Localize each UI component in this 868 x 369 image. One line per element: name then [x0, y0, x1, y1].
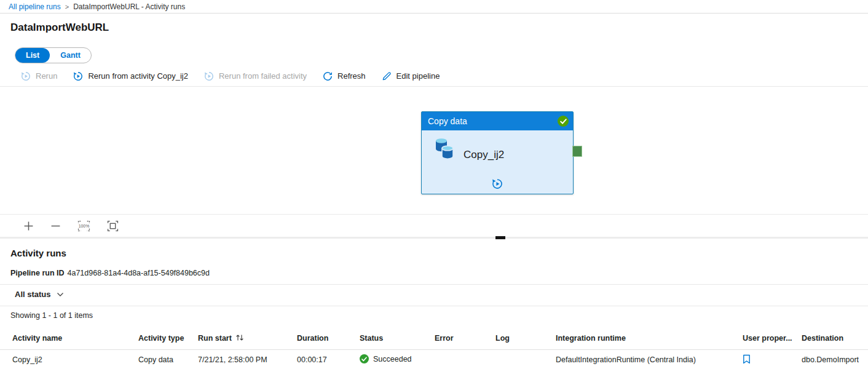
refresh-button[interactable]: Refresh: [322, 71, 367, 81]
col-activity-name: Activity name: [12, 334, 62, 343]
zoom-reset-button[interactable]: 100%: [77, 220, 90, 232]
pipeline-monitor-page: All pipeline runs > DataImportWebURL - A…: [0, 0, 868, 369]
pipeline-run-id-label: Pipeline run ID: [10, 269, 65, 277]
breadcrumb-current: DataImportWebURL - Activity runs: [73, 2, 185, 11]
col-activity-type: Activity type: [138, 334, 184, 343]
node-rerun-icon[interactable]: [492, 178, 503, 189]
col-status: Status: [360, 334, 383, 343]
col-error: Error: [435, 334, 454, 343]
zoom-in-button[interactable]: [23, 221, 34, 231]
pencil-icon: [382, 71, 392, 81]
panel-divider: [0, 237, 868, 239]
view-toggle: List Gantt: [15, 47, 92, 63]
status-text: Succeeded: [373, 355, 412, 363]
cell-duration: 00:00:17: [297, 355, 327, 364]
sort-arrows-icon: [235, 334, 244, 341]
user-properties-bookmark-icon[interactable]: [743, 354, 751, 364]
divider: [0, 284, 868, 285]
activity-node-name: Copy_ij2: [464, 149, 504, 161]
fit-to-screen-button[interactable]: [107, 220, 119, 232]
status-filter-dropdown[interactable]: All status: [15, 290, 64, 299]
cell-integration-runtime: DefaultIntegrationRuntime (Central India…: [556, 355, 696, 364]
rerun-button[interactable]: Rerun: [20, 71, 58, 81]
activity-runs-heading: Activity runs: [10, 248, 66, 258]
divider: [0, 306, 868, 306]
activity-node-header: Copy data: [422, 112, 573, 130]
rerun-from-activity-button[interactable]: Rerun from activity Copy_ij2: [72, 71, 189, 81]
col-run-start-label: Run start: [198, 334, 232, 343]
cell-run-start: 7/21/21, 2:58:00 PM: [198, 355, 267, 364]
breadcrumb: All pipeline runs > DataImportWebURL - A…: [0, 0, 868, 14]
toggle-list-button[interactable]: List: [15, 48, 50, 63]
succeeded-check-icon: [360, 354, 369, 363]
zoom-100-icon: 100%: [77, 220, 90, 232]
table-header: Activity name Activity type Run start Du…: [0, 328, 868, 350]
toolbar: Rerun Rerun from activity Copy_ij2 Rerun…: [0, 66, 868, 87]
pipeline-canvas: Copy data Copy_ij2: [0, 87, 868, 214]
pipeline-run-id-value: 4a71d968-81a4-4d8a-af15-549f849b6c9d: [68, 269, 210, 277]
refresh-icon: [323, 71, 333, 81]
breadcrumb-separator: >: [65, 3, 69, 10]
rerun-from-activity-icon: [73, 71, 83, 81]
pipeline-run-id: Pipeline run ID4a71d968-81a4-4d8a-af15-5…: [10, 269, 210, 277]
rerun-from-failed-label: Rerun from failed activity: [219, 71, 307, 81]
col-duration: Duration: [297, 334, 328, 343]
items-count-text: Showing 1 - 1 of 1 items: [10, 311, 93, 320]
page-title: DataImportWebURL: [10, 22, 109, 34]
activity-node-type-label: Copy data: [428, 116, 467, 126]
splitter-handle[interactable]: [495, 236, 505, 239]
col-integration-runtime: Integration runtime: [556, 334, 626, 343]
output-port[interactable]: [572, 146, 582, 157]
breadcrumb-all-pipeline-runs-link[interactable]: All pipeline runs: [9, 2, 61, 11]
canvas-zoom-controls: 100%: [0, 214, 868, 237]
activity-node-body: Copy_ij2: [422, 130, 573, 193]
plus-icon: [23, 221, 34, 231]
cell-activity-type: Copy data: [138, 355, 173, 364]
status-filter-label: All status: [15, 290, 51, 299]
zoom-out-button[interactable]: [50, 221, 61, 231]
rerun-from-failed-icon: [204, 71, 214, 81]
rerun-from-activity-label: Rerun from activity Copy_ij2: [88, 71, 188, 81]
rerun-from-failed-button[interactable]: Rerun from failed activity: [203, 71, 308, 81]
copy-data-database-icon: [434, 138, 455, 165]
edit-pipeline-label: Edit pipeline: [397, 71, 440, 81]
edit-pipeline-button[interactable]: Edit pipeline: [381, 71, 441, 81]
fit-to-screen-icon: [107, 220, 119, 232]
minus-icon: [50, 221, 61, 231]
rerun-icon: [21, 71, 31, 81]
col-user-properties: User proper...: [743, 334, 792, 343]
col-log: Log: [495, 334, 510, 343]
cell-destination: dbo.DemoImport: [802, 355, 859, 364]
rerun-label: Rerun: [36, 71, 57, 81]
refresh-label: Refresh: [337, 71, 366, 81]
toggle-gantt-button[interactable]: Gantt: [50, 48, 91, 63]
cell-activity-name: Copy_ij2: [12, 355, 42, 364]
chevron-down-icon: [57, 292, 64, 297]
zoom-level-value: 100%: [79, 224, 89, 228]
activity-node-copy-ij2[interactable]: Copy data Copy_ij2: [421, 111, 574, 194]
table-row[interactable]: Copy_ij2 Copy data 7/21/21, 2:58:00 PM 0…: [0, 349, 868, 369]
cell-status: Succeeded: [360, 354, 412, 363]
success-check-icon: [558, 116, 569, 127]
col-run-start[interactable]: Run start: [198, 334, 244, 343]
col-destination: Destination: [802, 334, 843, 343]
